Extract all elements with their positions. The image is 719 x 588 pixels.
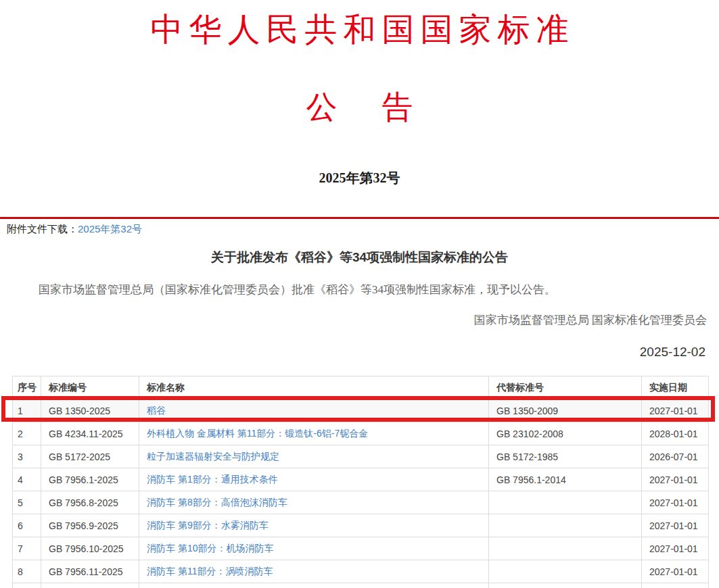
cell-empty (139, 583, 489, 588)
announcement-body: 国家市场监督管理总局（国家标准化管理委员会）批准《稻谷》等34项强制性国家标准，… (17, 281, 702, 299)
announcement-date: 2025-12-02 (640, 345, 705, 360)
cell-implement-date: 2028-01-01 (642, 422, 709, 445)
header-standard-name: 标准名称 (139, 376, 489, 399)
cell-implement-date: 2027-01-01 (642, 560, 709, 583)
table-row: 5GB 7956.8-2025消防车 第8部分：高倍泡沫消防车2027-01-0… (13, 491, 709, 514)
cell-standard-code: GB 7956.8-2025 (41, 491, 139, 514)
announcement-title: 关于批准发布《稻谷》等34项强制性国家标准的公告 (0, 249, 719, 266)
header-standard-code: 标准编号 (41, 376, 139, 399)
standards-table-body: 1GB 1350-2025稻谷GB 1350-20092027-01-012GB… (13, 399, 709, 588)
issue-number: 2025年第32号 (0, 169, 719, 187)
cell-standard-name: 消防车 第10部分：机场消防车 (139, 537, 489, 560)
cell-standard-name: 消防车 第9部分：水雾消防车 (139, 514, 489, 537)
table-row: 1GB 1350-2025稻谷GB 1350-20092027-01-01 (13, 399, 709, 422)
cell-replaced-code (489, 560, 642, 583)
cell-serial-number: 5 (13, 491, 41, 514)
standard-name-link[interactable]: 消防车 第8部分：高倍泡沫消防车 (147, 497, 287, 508)
cell-empty (41, 583, 139, 588)
page-subtitle: 公 告 (0, 87, 719, 128)
attachment-download-link[interactable]: 2025年第32号 (78, 223, 142, 235)
table-row: 7GB 7956.10-2025消防车 第10部分：机场消防车2027-01-0… (13, 537, 709, 560)
cell-serial-number: 2 (13, 422, 41, 445)
cell-standard-code: GB 7956.11-2025 (41, 560, 139, 583)
cell-implement-date: 2027-01-01 (642, 399, 709, 422)
cell-empty (13, 583, 41, 588)
cell-replaced-code (489, 491, 642, 514)
announcement-signature: 国家市场监督管理总局 国家标准化管理委员会 (474, 312, 707, 328)
standard-name-link[interactable]: 消防车 第10部分：机场消防车 (147, 543, 273, 554)
cell-standard-name: 消防车 第1部分：通用技术条件 (139, 468, 489, 491)
cell-replaced-code: GB 7956.1-2014 (489, 468, 642, 491)
cell-standard-code: GB 7956.10-2025 (41, 537, 139, 560)
table-row-partial (13, 583, 709, 588)
standard-name-link[interactable]: 消防车 第11部分：涡喷消防车 (147, 566, 273, 577)
cell-replaced-code (489, 514, 642, 537)
cell-standard-code: GB 7956.1-2025 (41, 468, 139, 491)
cell-empty (642, 583, 709, 588)
cell-standard-code: GB 7956.9-2025 (41, 514, 139, 537)
table-row: 8GB 7956.11-2025消防车 第11部分：涡喷消防车2027-01-0… (13, 560, 709, 583)
cell-standard-code: GB 4234.11-2025 (41, 422, 139, 445)
header-replaced-code: 代替标准号 (489, 376, 642, 399)
cell-implement-date: 2027-01-01 (642, 514, 709, 537)
cell-serial-number: 6 (13, 514, 41, 537)
standard-name-link[interactable]: 消防车 第9部分：水雾消防车 (147, 520, 269, 531)
standards-table: 序号 标准编号 标准名称 代替标准号 实施日期 1GB 1350-2025稻谷G… (12, 376, 709, 588)
header-implement-date: 实施日期 (642, 376, 709, 399)
cell-standard-name: 消防车 第8部分：高倍泡沫消防车 (139, 491, 489, 514)
standards-table-head: 序号 标准编号 标准名称 代替标准号 实施日期 (13, 376, 709, 399)
cell-replaced-code (489, 537, 642, 560)
cell-standard-code: GB 1350-2025 (41, 399, 139, 422)
header-row: 序号 标准编号 标准名称 代替标准号 实施日期 (13, 376, 709, 399)
page-title: 中华人民共和国国家标准 (0, 8, 719, 51)
cell-implement-date: 2027-01-01 (642, 468, 709, 491)
cell-empty (489, 583, 642, 588)
cell-standard-name: 消防车 第11部分：涡喷消防车 (139, 560, 489, 583)
cell-replaced-code: GB 5172-1985 (489, 445, 642, 468)
cell-replaced-code: GB 1350-2009 (489, 399, 642, 422)
standard-name-link[interactable]: 稻谷 (147, 405, 166, 416)
cell-implement-date: 2026-07-01 (642, 445, 709, 468)
cell-replaced-code: GB 23102-2008 (489, 422, 642, 445)
cell-serial-number: 4 (13, 468, 41, 491)
standards-table-wrap: 序号 标准编号 标准名称 代替标准号 实施日期 1GB 1350-2025稻谷G… (12, 376, 708, 588)
cell-serial-number: 8 (13, 560, 41, 583)
standard-name-link[interactable]: 消防车 第1部分：通用技术条件 (147, 474, 278, 485)
attachment-label: 附件文件下载： (7, 223, 78, 235)
cell-standard-name: 外科植入物 金属材料 第11部分：锻造钛-6铝-7铌合金 (139, 422, 489, 445)
cell-standard-name: 粒子加速器辐射安全与防护规定 (139, 445, 489, 468)
cell-standard-name: 稻谷 (139, 399, 489, 422)
red-divider (0, 217, 719, 219)
cell-standard-code: GB 5172-2025 (41, 445, 139, 468)
table-row: 2GB 4234.11-2025外科植入物 金属材料 第11部分：锻造钛-6铝-… (13, 422, 709, 445)
cell-implement-date: 2027-01-01 (642, 537, 709, 560)
table-row: 3GB 5172-2025粒子加速器辐射安全与防护规定GB 5172-19852… (13, 445, 709, 468)
standard-name-link[interactable]: 外科植入物 金属材料 第11部分：锻造钛-6铝-7铌合金 (147, 428, 368, 439)
standard-name-link[interactable]: 粒子加速器辐射安全与防护规定 (147, 451, 279, 462)
table-row: 4GB 7956.1-2025消防车 第1部分：通用技术条件GB 7956.1-… (13, 468, 709, 491)
cell-serial-number: 3 (13, 445, 41, 468)
attachment-bar: 附件文件下载：2025年第32号 (7, 223, 142, 236)
cell-serial-number: 1 (13, 399, 41, 422)
cell-implement-date: 2027-01-01 (642, 491, 709, 514)
table-row: 6GB 7956.9-2025消防车 第9部分：水雾消防车2027-01-01 (13, 514, 709, 537)
header-serial-number: 序号 (13, 376, 41, 399)
national-standards-announcement-page: 中华人民共和国国家标准 公 告 2025年第32号 附件文件下载：2025年第3… (0, 0, 719, 588)
cell-serial-number: 7 (13, 537, 41, 560)
